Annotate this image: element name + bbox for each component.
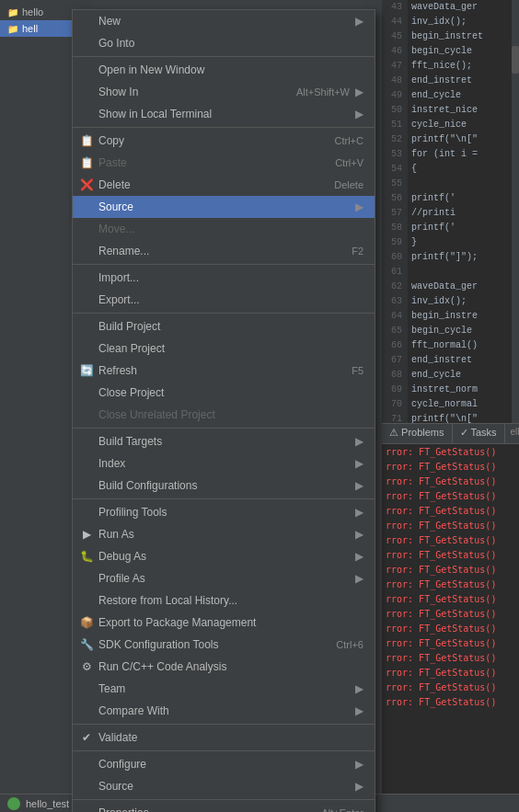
submenu-arrow-icon: ▶ — [355, 457, 363, 470]
line-number: 67 — [382, 353, 408, 368]
menu-item-label: Delete — [98, 178, 131, 191]
menu-separator — [73, 799, 375, 800]
line-number: 51 — [382, 118, 408, 132]
line-number: 66 — [382, 338, 408, 353]
menu-item-open-new-window[interactable]: Open in New Window — [73, 59, 375, 81]
menu-item-show-local-terminal[interactable]: Show in Local Terminal▶ — [73, 103, 375, 125]
export-pkg-icon: 📦 — [78, 614, 95, 631]
submenu-arrow-icon: ▶ — [355, 758, 363, 771]
menu-item-run-as[interactable]: ▶Run As▶ — [73, 523, 375, 545]
line-content: cycle_normal — [408, 397, 478, 412]
line-content: { — [408, 162, 417, 177]
tree-area: 📁 hello 📁 hell — [0, 0, 74, 40]
menu-item-build-targets[interactable]: Build Targets▶ — [73, 430, 375, 452]
menu-item-build-configurations[interactable]: Build Configurations▶ — [73, 475, 375, 497]
submenu-arrow-icon: ▶ — [355, 780, 363, 793]
line-number: 68 — [382, 368, 408, 383]
menu-item-profile-as[interactable]: Profile As▶ — [73, 567, 375, 589]
code-line: 65begin_cycle — [382, 324, 519, 338]
menu-item-export-package[interactable]: 📦Export to Package Management — [73, 612, 375, 634]
menu-item-restore-history[interactable]: Restore from Local History... — [73, 589, 375, 612]
menu-separator — [73, 56, 375, 57]
line-number: 46 — [382, 44, 408, 59]
code-line: 67end_instret — [382, 353, 519, 368]
menu-item-label: Build Targets — [98, 435, 162, 448]
line-number: 52 — [382, 132, 408, 147]
code-line: 55 — [382, 177, 519, 191]
tab-problems[interactable]: ⚠ Problems — [382, 424, 453, 443]
line-content: fft_nice(); — [408, 59, 472, 74]
menu-item-source2[interactable]: Source▶ — [73, 775, 375, 797]
menu-item-clean-project[interactable]: Clean Project — [73, 337, 375, 360]
submenu-arrow-icon: ▶ — [355, 528, 363, 541]
menu-item-label: Export... — [98, 293, 140, 306]
menu-item-close-project[interactable]: Close Project — [73, 382, 375, 404]
code-line: 48end_instret — [382, 74, 519, 88]
menu-item-go-into[interactable]: Go Into — [73, 32, 375, 54]
menu-item-compare-with[interactable]: Compare With▶ — [73, 700, 375, 722]
menu-item-sdk-config[interactable]: 🔧SDK Configuration ToolsCtrl+6 — [73, 634, 375, 656]
menu-item-label: Export to Package Management — [98, 616, 256, 629]
code-line: 46begin_cycle — [382, 44, 519, 59]
line-content: printf("\n[" — [408, 132, 478, 147]
menu-item-team[interactable]: Team▶ — [73, 678, 375, 700]
line-content: instret_nice — [408, 103, 478, 118]
menu-item-shortcut: Ctrl+6 — [336, 639, 363, 650]
error-line: rror: FT_GetStatus() — [382, 532, 519, 547]
menu-item-label: Compare With — [98, 704, 169, 717]
panel-title: ello_test_debug_openocd — [505, 424, 519, 443]
run-icon: ▶ — [78, 526, 95, 543]
line-content: end_cycle — [408, 368, 461, 383]
submenu-arrow-icon: ▶ — [355, 200, 363, 213]
menu-item-show-in[interactable]: Show InAlt+Shift+W▶ — [73, 81, 375, 103]
menu-item-debug-as[interactable]: 🐛Debug As▶ — [73, 545, 375, 567]
line-number: 63 — [382, 294, 408, 309]
line-content: begin_cycle — [408, 44, 472, 59]
menu-item-rename[interactable]: Rename...F2 — [73, 240, 375, 262]
menu-item-validate[interactable]: ✔Validate — [73, 726, 375, 749]
menu-item-label: Build Configurations — [98, 479, 197, 492]
tree-item-hell[interactable]: 📁 hell — [0, 20, 74, 37]
line-number: 49 — [382, 88, 408, 103]
menu-item-label: Restore from Local History... — [98, 594, 237, 607]
line-number: 50 — [382, 103, 408, 118]
paste-icon: 📋 — [78, 154, 95, 171]
menu-item-label: Close Project — [98, 386, 164, 399]
menu-item-run-analysis[interactable]: ⚙Run C/C++ Code Analysis — [73, 656, 375, 678]
tab-tasks[interactable]: ✓ Tasks — [453, 424, 505, 443]
menu-item-export[interactable]: Export... — [73, 289, 375, 311]
menu-item-configure[interactable]: Configure▶ — [73, 753, 375, 775]
line-content: printf("]"); — [408, 250, 478, 265]
menu-item-label: Move... — [98, 223, 134, 235]
line-number: 62 — [382, 280, 408, 294]
menu-separator — [73, 724, 375, 725]
scrollbar-thumb[interactable] — [512, 46, 519, 74]
menu-item-source[interactable]: Source▶ — [73, 196, 375, 218]
error-line: rror: FT_GetStatus() — [382, 518, 519, 532]
menu-item-build-project[interactable]: Build Project — [73, 315, 375, 337]
code-line: 64begin_instre — [382, 309, 519, 324]
folder-icon: 📁 — [6, 21, 20, 36]
menu-item-shortcut: Ctrl+V — [335, 157, 363, 168]
menu-item-label: Profiling Tools — [98, 506, 167, 519]
menu-separator — [73, 127, 375, 128]
line-number: 54 — [382, 162, 408, 177]
line-content: printf("\n[" — [408, 412, 478, 423]
code-line: 45begin_instret — [382, 29, 519, 44]
menu-item-delete[interactable]: ❌DeleteDelete — [73, 174, 375, 196]
menu-item-profiling-tools[interactable]: Profiling Tools▶ — [73, 501, 375, 523]
line-number: 61 — [382, 265, 408, 280]
code-line: 66fft_normal() — [382, 338, 519, 353]
code-line: 44inv_idx(); — [382, 15, 519, 29]
menu-item-new[interactable]: New▶ — [73, 10, 375, 32]
submenu-arrow-icon: ▶ — [355, 435, 363, 448]
menu-item-copy[interactable]: 📋CopyCtrl+C — [73, 130, 375, 152]
scrollbar-vertical[interactable] — [512, 0, 519, 423]
menu-item-refresh[interactable]: 🔄RefreshF5 — [73, 360, 375, 382]
menu-item-import[interactable]: Import... — [73, 267, 375, 289]
menu-item-label: Open in New Window — [98, 63, 204, 76]
menu-item-index[interactable]: Index▶ — [73, 452, 375, 475]
error-line: rror: FT_GetStatus() — [382, 591, 519, 606]
menu-item-properties[interactable]: PropertiesAlt+Enter — [73, 802, 375, 812]
tree-item-hello[interactable]: 📁 hello — [0, 4, 74, 20]
